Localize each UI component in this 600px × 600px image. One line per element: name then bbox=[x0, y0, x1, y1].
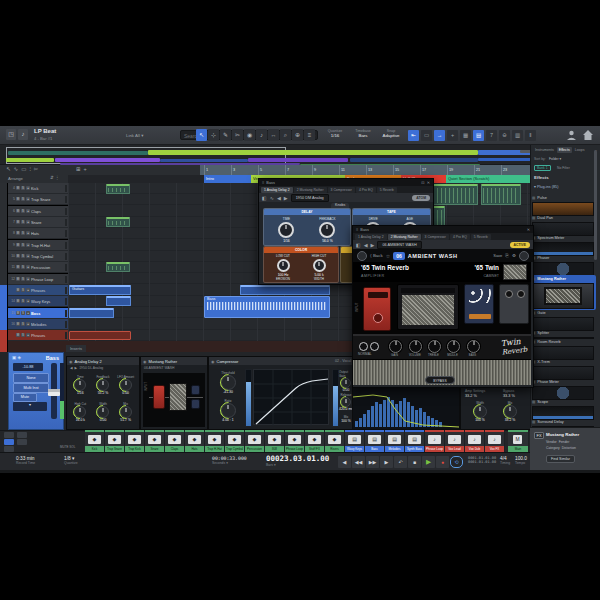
record-arm-button[interactable]: ● bbox=[26, 311, 30, 315]
view-toggle-1[interactable] bbox=[4, 432, 14, 438]
mixer-channel-strip[interactable]: ◆ Stuff FX bbox=[305, 430, 325, 452]
track-row[interactable]: 16 M S ● Melodies bbox=[8, 319, 68, 330]
volume-knob[interactable] bbox=[409, 340, 422, 353]
bypass-button[interactable]: BYPASS bbox=[425, 376, 455, 384]
close-icon[interactable]: ✕ bbox=[427, 180, 430, 185]
home-icon[interactable] bbox=[582, 129, 594, 141]
fx-block-2[interactable] bbox=[191, 399, 200, 409]
track-row[interactable]: 14 M S ● Wavy Keys bbox=[8, 296, 68, 307]
arrange-tool-icons[interactable]: ↖∿▭⫶✂ bbox=[6, 166, 41, 173]
panel-icon[interactable]: ◧ bbox=[262, 195, 267, 201]
mix-knob[interactable]: Mix100 % bbox=[339, 415, 353, 423]
tool-button[interactable]: ↔ bbox=[268, 129, 279, 141]
menu-icon[interactable]: ≡ bbox=[262, 180, 264, 185]
window-titlebar[interactable]: ≡ Bass ✕ bbox=[353, 226, 533, 233]
toggle-button[interactable]: 7 bbox=[486, 130, 497, 141]
cabinet-thumbnail[interactable] bbox=[503, 264, 527, 280]
solo-button[interactable]: S bbox=[21, 243, 25, 247]
mixer-channel-strip[interactable]: ▤ Wavy Keys bbox=[345, 430, 365, 452]
pin-icon[interactable]: ⊡ bbox=[421, 180, 424, 185]
track-row[interactable]: 7 M S ● Snare bbox=[8, 217, 68, 228]
toggle-button[interactable]: ▤ bbox=[473, 130, 484, 141]
solo-button[interactable]: S bbox=[21, 197, 25, 201]
solo-button[interactable]: S bbox=[21, 186, 25, 190]
main-time-display[interactable]: 00023.03.01.00 Bars ▾ bbox=[266, 454, 329, 467]
mute-button[interactable]: M bbox=[16, 197, 20, 201]
chain-tab[interactable]: 3 Compressor bbox=[422, 234, 449, 240]
gain-knob[interactable] bbox=[389, 340, 402, 353]
gain-readout[interactable]: -10.88 bbox=[13, 363, 43, 371]
plugin-knob[interactable]: HIGH CUT5.00 k bbox=[304, 254, 334, 277]
secondary-time-display[interactable]: 00:00:33.000Seconds ▾ bbox=[212, 456, 247, 465]
audio-clip[interactable] bbox=[69, 331, 131, 340]
bypass-value[interactable]: 33.3 % bbox=[503, 394, 515, 398]
tool-button[interactable]: ✂ bbox=[232, 129, 243, 141]
browser-list-item[interactable]: ▤Pulse bbox=[532, 195, 594, 216]
power-icon[interactable]: ◉ bbox=[143, 359, 147, 364]
song-icon[interactable]: ♪ bbox=[18, 129, 28, 140]
wave-icon[interactable]: ∿ bbox=[270, 195, 274, 201]
toggle-button[interactable]: ▥ bbox=[512, 130, 523, 141]
sort-icons[interactable]: ⇵ ⋮ bbox=[50, 175, 60, 180]
filter-text[interactable]: No Filter bbox=[557, 166, 570, 170]
browser-scrollbar[interactable] bbox=[594, 150, 597, 260]
toggle-button[interactable]: + bbox=[447, 130, 458, 141]
plugin-knob[interactable]: FEEDBACK56.0 % bbox=[319, 217, 335, 246]
window-titlebar[interactable]: ≡ Bass ⊡ ✕ bbox=[259, 179, 433, 186]
audio-clip[interactable] bbox=[106, 184, 130, 194]
section-marker[interactable]: Quiet Section (Scratch) bbox=[446, 175, 533, 183]
mixer-channel-strip[interactable]: ◆ Trap Kick bbox=[125, 430, 145, 452]
mixer-channel-strip[interactable]: ♪ Vox FX bbox=[485, 430, 505, 452]
blue-pedal[interactable] bbox=[464, 284, 494, 324]
view-toggle-2[interactable] bbox=[4, 439, 14, 445]
transport-button[interactable]: ▶ bbox=[422, 456, 435, 468]
next-icon[interactable]: ▶ bbox=[75, 366, 78, 370]
amp-head[interactable] bbox=[397, 284, 459, 330]
chain-tab[interactable]: 1 Analog Delay 2 bbox=[261, 187, 293, 193]
record-arm-button[interactable]: ● bbox=[26, 197, 30, 201]
panel-preset[interactable]: 02 - Vocal bbox=[335, 359, 351, 363]
parameter-knob[interactable]: Width0.00 bbox=[92, 402, 114, 427]
track-row[interactable]: 12 M S ● Phrase Loop bbox=[8, 274, 68, 285]
plugin-knob[interactable]: WIDTH1.00 bbox=[304, 277, 334, 283]
track-overview[interactable] bbox=[0, 145, 600, 165]
record-arm-button[interactable]: ● bbox=[26, 322, 30, 326]
fx-block[interactable] bbox=[191, 385, 200, 395]
input-select[interactable]: None bbox=[13, 373, 49, 383]
mute-button[interactable]: M bbox=[16, 322, 20, 326]
solo-button[interactable]: S bbox=[21, 220, 25, 224]
loop-range-display[interactable]: 0001.01.01.00 0001.01.01.00 bbox=[468, 456, 496, 464]
chain-tab[interactable]: 4 Pro EQ bbox=[356, 187, 376, 193]
mixer-channel-strip[interactable]: ◆ Claps bbox=[165, 430, 185, 452]
browser-list-item[interactable]: ▤Scope bbox=[532, 399, 594, 420]
amp-settings-value[interactable]: 33.2 % bbox=[465, 394, 477, 398]
record-arm-button[interactable]: ● bbox=[26, 265, 30, 269]
record-arm-button[interactable]: ● bbox=[26, 220, 30, 224]
audio-clip[interactable]: Bass bbox=[204, 296, 330, 318]
active-pill[interactable]: ACTIVE bbox=[510, 242, 530, 248]
next-preset-icon[interactable]: ▶ bbox=[371, 242, 375, 248]
tempo-display[interactable]: 100.0Tempo bbox=[515, 456, 527, 465]
window-menu-icon[interactable]: ◳ bbox=[6, 129, 16, 140]
browser-tab[interactable]: Instruments bbox=[533, 147, 556, 153]
chain-tab[interactable]: 5 Reverb bbox=[377, 187, 397, 193]
mix-knob[interactable]: Mix33.2 % bbox=[499, 401, 521, 422]
transport-button[interactable]: ▶▶ bbox=[366, 456, 379, 468]
mixer-channel-strip[interactable]: ♪ Vox Lead bbox=[445, 430, 465, 452]
toolbar-dropdown[interactable]: Quantize1/16 bbox=[322, 129, 348, 138]
mixer-channel-strip[interactable]: ◆ 808 bbox=[265, 430, 285, 452]
parameter-knob[interactable]: High Cut16.0 k bbox=[69, 402, 91, 427]
mixer-channel-strip[interactable]: ◆ Trap Cymbal bbox=[225, 430, 245, 452]
transport-button[interactable]: ■ bbox=[408, 456, 421, 468]
track-row[interactable]: 6 M S ● Claps bbox=[8, 206, 68, 217]
next-preset-icon[interactable]: ▶ bbox=[284, 195, 288, 201]
panel-preset[interactable]: 1950 DL Analog bbox=[79, 366, 103, 370]
toolbar-dropdown[interactable]: SnapAdaptive bbox=[378, 129, 404, 138]
find-similar-button[interactable]: Find Similar bbox=[546, 455, 575, 463]
solo-button[interactable]: S bbox=[21, 311, 25, 315]
mute-button[interactable]: M bbox=[16, 311, 20, 315]
tool-button[interactable]: ✎ bbox=[220, 129, 231, 141]
mute-button[interactable]: M bbox=[16, 254, 20, 258]
mute-button[interactable]: M bbox=[16, 186, 20, 190]
chain-tab[interactable]: 5 Reverb bbox=[471, 234, 491, 240]
